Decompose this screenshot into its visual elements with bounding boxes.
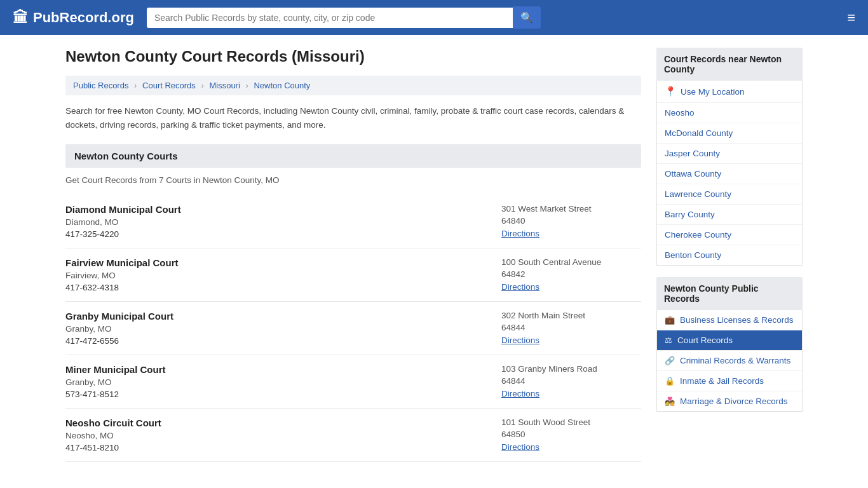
court-address: 103 Granby Miners Road: [501, 364, 641, 374]
nearby-cherokee-county[interactable]: Cherokee County: [657, 225, 802, 245]
main-content: Newton County Court Records (Missouri) P…: [65, 48, 641, 462]
court-zip: 64840: [501, 216, 641, 226]
court-right-1: 100 South Central Avenue 64842 Direction…: [501, 257, 641, 292]
court-city: Fairview, MO: [65, 271, 501, 280]
search-bar: 🔍: [147, 6, 541, 29]
logo[interactable]: 🏛 PubRecord.org: [13, 9, 134, 27]
nearby-mcdonald-county[interactable]: McDonald County: [657, 123, 802, 144]
court-address: 100 South Central Avenue: [501, 257, 641, 267]
location-icon: 📍: [665, 86, 677, 97]
court-city: Granby, MO: [65, 377, 501, 387]
court-name: Miner Municipal Court: [65, 364, 501, 375]
pub-records-title: Newton County Public Records: [656, 277, 803, 310]
court-zip: 64844: [501, 323, 641, 332]
court-name: Granby Municipal Court: [65, 311, 501, 322]
menu-icon: ≡: [847, 10, 855, 25]
court-left-1: Fairview Municipal Court Fairview, MO 41…: [65, 257, 501, 292]
criminal-records-link[interactable]: Criminal Records & Warrants: [680, 356, 790, 365]
court-zip: 64850: [501, 430, 641, 439]
use-location-link[interactable]: Use My Location: [681, 87, 745, 97]
court-address: 301 West Market Street: [501, 204, 641, 214]
breadcrumb-missouri[interactable]: Missouri: [209, 81, 240, 90]
directions-link[interactable]: Directions: [501, 336, 539, 345]
nearby-benton-county[interactable]: Benton County: [657, 245, 802, 265]
court-right-2: 302 North Main Street 64844 Directions: [501, 311, 641, 346]
logo-icon: 🏛: [13, 9, 28, 27]
pub-records-inmate[interactable]: 🔒 Inmate & Jail Records: [657, 371, 802, 391]
court-left-2: Granby Municipal Court Granby, MO 417-47…: [65, 311, 501, 346]
search-button[interactable]: 🔍: [513, 6, 541, 29]
pub-records-court[interactable]: ⚖ Court Records: [657, 330, 802, 351]
court-address: 101 South Wood Street: [501, 417, 641, 427]
pub-records-criminal[interactable]: 🔗 Criminal Records & Warrants: [657, 351, 802, 371]
menu-button[interactable]: ≡: [847, 10, 855, 26]
court-right-4: 101 South Wood Street 64850 Directions: [501, 417, 641, 452]
scales-icon: ⚖: [665, 336, 672, 345]
court-city: Neosho, MO: [65, 431, 501, 440]
section-header: Newton County Courts: [65, 144, 641, 168]
court-name: Diamond Municipal Court: [65, 204, 501, 215]
search-icon: 🔍: [520, 12, 533, 23]
court-card: Miner Municipal Court Granby, MO 573-471…: [65, 355, 641, 409]
court-city: Diamond, MO: [65, 217, 501, 227]
court-phone: 417-472-6556: [65, 336, 501, 346]
directions-link[interactable]: Directions: [501, 389, 539, 398]
logo-text: PubRecord.org: [33, 10, 134, 26]
breadcrumb-court-records[interactable]: Court Records: [142, 81, 196, 90]
nearby-section-title: Court Records near Newton County: [656, 48, 803, 81]
briefcase-icon: 💼: [665, 315, 675, 325]
court-zip: 64844: [501, 376, 641, 386]
breadcrumb-public-records[interactable]: Public Records: [73, 81, 128, 90]
pub-records-links: 💼 Business Licenses & Records ⚖ Court Re…: [656, 310, 803, 412]
court-phone: 417-451-8210: [65, 443, 501, 452]
search-input[interactable]: [147, 8, 513, 28]
nearby-barry-county[interactable]: Barry County: [657, 205, 802, 225]
nearby-lawrence-county[interactable]: Lawrence County: [657, 184, 802, 205]
directions-link[interactable]: Directions: [501, 229, 539, 238]
business-records-link[interactable]: Business Licenses & Records: [680, 315, 794, 325]
nearby-ottawa-county[interactable]: Ottawa County: [657, 164, 802, 184]
court-left-4: Neosho Circuit Court Neosho, MO 417-451-…: [65, 417, 501, 452]
page-description: Search for free Newton County, MO Court …: [65, 104, 641, 132]
court-address: 302 North Main Street: [501, 311, 641, 320]
court-zip: 64842: [501, 269, 641, 279]
link-icon: 🔗: [665, 356, 675, 365]
court-right-3: 103 Granby Miners Road 64844 Directions: [501, 364, 641, 399]
inmate-records-link[interactable]: Inmate & Jail Records: [680, 376, 764, 386]
court-phone: 417-325-4220: [65, 229, 501, 239]
court-phone: 573-471-8512: [65, 390, 501, 399]
court-name: Fairview Municipal Court: [65, 257, 501, 268]
courts-list: Diamond Municipal Court Diamond, MO 417-…: [65, 195, 641, 462]
court-right-0: 301 West Market Street 64840 Directions: [501, 204, 641, 239]
directions-link[interactable]: Directions: [501, 282, 539, 292]
nearby-links: 📍 Use My Location Neosho McDonald County…: [656, 81, 803, 266]
section-subtext: Get Court Records from 7 Courts in Newto…: [65, 175, 641, 185]
pub-records-marriage[interactable]: 💑 Marriage & Divorce Records: [657, 391, 802, 411]
court-left-3: Miner Municipal Court Granby, MO 573-471…: [65, 364, 501, 399]
lock-icon: 🔒: [665, 376, 675, 386]
court-card: Diamond Municipal Court Diamond, MO 417-…: [65, 195, 641, 248]
court-phone: 417-632-4318: [65, 283, 501, 292]
page-title: Newton County Court Records (Missouri): [65, 48, 641, 65]
use-my-location[interactable]: 📍 Use My Location: [657, 81, 802, 103]
sidebar: Court Records near Newton County 📍 Use M…: [656, 48, 803, 462]
court-records-link[interactable]: Court Records: [677, 336, 733, 345]
rings-icon: 💑: [665, 396, 675, 406]
court-city: Granby, MO: [65, 324, 501, 334]
court-card: Granby Municipal Court Granby, MO 417-47…: [65, 302, 641, 355]
court-name: Neosho Circuit Court: [65, 417, 501, 428]
nearby-jasper-county[interactable]: Jasper County: [657, 144, 802, 164]
header: 🏛 PubRecord.org 🔍 ≡: [0, 0, 868, 35]
breadcrumb: Public Records › Court Records › Missour…: [65, 76, 641, 95]
court-card: Fairview Municipal Court Fairview, MO 41…: [65, 248, 641, 302]
marriage-records-link[interactable]: Marriage & Divorce Records: [680, 396, 788, 406]
nearby-neosho[interactable]: Neosho: [657, 103, 802, 123]
breadcrumb-newton-county[interactable]: Newton County: [254, 81, 310, 90]
pub-records-business[interactable]: 💼 Business Licenses & Records: [657, 310, 802, 330]
court-left-0: Diamond Municipal Court Diamond, MO 417-…: [65, 204, 501, 239]
directions-link[interactable]: Directions: [501, 442, 539, 452]
court-card: Neosho Circuit Court Neosho, MO 417-451-…: [65, 409, 641, 462]
